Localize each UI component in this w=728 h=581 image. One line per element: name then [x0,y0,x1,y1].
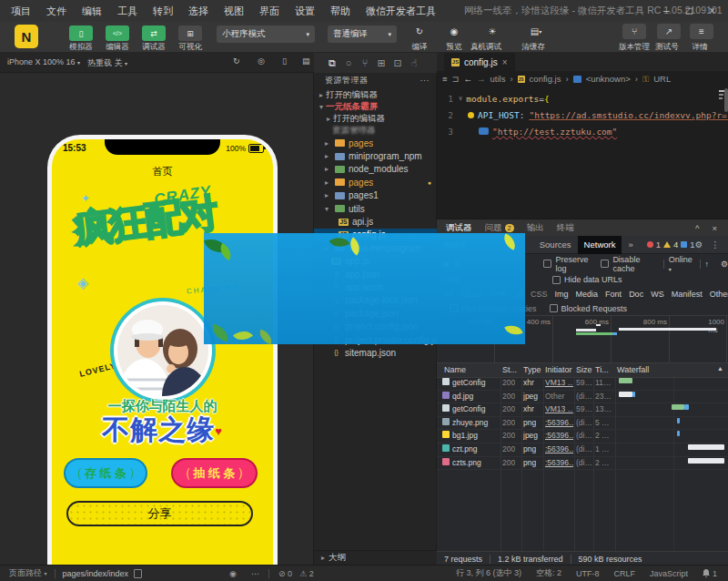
window-icon[interactable]: ⊡ [392,57,403,69]
warnings-status[interactable]: ⚠ 2 [299,569,314,578]
tab-debugger[interactable]: 调试器 [446,222,472,234]
menu-select[interactable]: 选择 [188,5,208,18]
page-path-value[interactable]: pages/index/index [63,569,129,578]
col-type[interactable]: Type [523,365,541,374]
editor-scrollbar[interactable] [724,88,728,112]
breadcrumb-folder[interactable]: utils [490,74,506,84]
draw-note-button[interactable]: （抽 纸 条） [171,458,258,488]
tab-output[interactable]: 输出 [527,222,544,234]
rotate-icon[interactable]: ↻ [233,56,240,66]
files-icon[interactable]: ⧉ [327,57,338,69]
mode-select[interactable]: 小程序模式 ▾ [217,25,315,43]
detail-button[interactable]: ≡ [690,24,713,39]
back-arrow-icon[interactable]: ← [464,74,473,84]
disable-cache-checkbox[interactable]: Disable cache [601,255,658,273]
col-size[interactable]: Size [576,365,592,374]
close-panel-icon[interactable]: × [712,223,717,233]
visualization-toggle-button[interactable]: ⊞ [178,25,202,41]
menu-view[interactable]: 视图 [224,5,244,18]
extensions-icon[interactable]: ⊞ [376,57,387,69]
chip-font[interactable]: Font [605,290,622,299]
tree-item[interactable]: JSapi.js [314,215,437,228]
notifications-bell[interactable]: 1 [703,569,717,578]
throttling-select[interactable]: Online ▾ [669,255,695,273]
tree-item[interactable]: ▸node_modules [314,163,437,176]
tab-network[interactable]: Network [578,236,622,254]
search-icon[interactable]: ○ [343,57,354,68]
import-har-icon[interactable]: ↑ [704,260,709,269]
hide-data-urls-checkbox[interactable]: Hide data URLs [552,275,622,284]
compile-button[interactable]: ↻ [408,24,431,39]
record-icon[interactable]: ◎ [258,56,265,66]
indent-setting[interactable]: 空格: 2 [536,567,561,579]
preserve-log-checkbox[interactable]: Preserve log [543,255,596,273]
network-row[interactable]: getConfig200xhrVM13 …59…13… [437,403,728,417]
network-row[interactable]: qd.jpg200jpegOther(di…23… [437,390,728,404]
chip-other[interactable]: Other [710,290,728,299]
tree-item[interactable]: ▸miniprogram_npm [314,149,437,162]
forward-arrow-icon[interactable]: → [477,74,486,84]
page-path-selector[interactable]: 页面路径 ▾ [9,567,47,579]
sort-arrow-icon[interactable]: ▲ [717,365,723,372]
tab-problems[interactable]: 问题2 [485,222,514,234]
project-root[interactable]: ▾一元纸条霸屏 [314,101,437,113]
network-row[interactable]: getConfig200xhrVM13 …59…11… [437,376,728,391]
menu-tools[interactable]: 工具 [117,5,137,18]
open-editors-section-2[interactable]: ▸打开的编辑器 [314,113,437,125]
clear-cache-button[interactable]: ▤▾ [524,24,548,39]
encoding[interactable]: UTF-8 [576,569,600,578]
chip-manifest[interactable]: Manifest [672,290,703,299]
tree-item[interactable]: ▸pages [314,137,437,149]
code-area[interactable]: 1 ∨ module.exports = { 2 API_HOST: "http… [437,87,728,219]
device-debug-button[interactable]: ☀ [480,24,504,39]
simulator-toggle-button[interactable]: ▯ [69,25,93,41]
network-row[interactable]: zhuye.png200png:56396…(di…5 … [437,416,728,431]
chip-media[interactable]: Media [576,290,599,299]
close-tab-icon[interactable]: × [502,57,508,67]
menu-settings[interactable]: 设置 [295,5,315,18]
col-status[interactable]: St... [502,365,517,374]
copy-icon[interactable] [134,569,142,578]
more-tabs-icon[interactable]: » [622,236,639,254]
chip-ws[interactable]: WS [651,290,664,299]
network-settings-gear-icon[interactable]: ⚙ [721,260,728,269]
kebab-menu-icon[interactable]: ⋮ [711,240,720,250]
menu-interface[interactable]: 界面 [259,5,279,18]
tree-item[interactable]: ▸pages1 [314,189,437,202]
menu-file[interactable]: 文件 [46,5,66,18]
debugger-toggle-button[interactable]: ⇄ [142,25,166,41]
network-row[interactable]: czt.png200png:56396…(di…1 … [437,443,728,457]
blocked-requests-checkbox[interactable]: Blocked Requests [550,304,628,313]
gear-icon[interactable]: ⚙ [695,240,703,250]
col-waterfall[interactable]: Waterfall [617,365,649,374]
compile-mode-select[interactable]: 普通编译 ▾ [328,25,397,43]
bookmark-icon[interactable]: ⊐ [452,74,460,84]
hand-pointer-icon[interactable]: ☝ [409,57,420,69]
chip-doc[interactable]: Doc [629,290,643,299]
open-editors-section[interactable]: ▸打开的编辑器 [314,89,437,101]
menu-project[interactable]: 项目 [11,5,31,18]
tree-item[interactable]: {}sitemap.json [314,346,437,359]
breadcrumb-property[interactable]: URL [653,74,671,84]
collapse-panel-icon[interactable]: ^ [695,223,699,233]
network-row[interactable]: bg1.jpg200jpeg:56396…(di…2 … [437,429,728,443]
chip-img[interactable]: Img [555,290,569,299]
tree-item[interactable]: ▾utils [314,202,437,215]
breadcrumb-symbol[interactable]: <unknown> [586,74,631,84]
device-selector[interactable]: iPhone X 100% 16 ▾ [7,57,80,66]
breadcrumb-file[interactable]: config.js [530,74,561,84]
network-row[interactable]: czts.png200png:56396…(di…2 … [437,456,728,471]
col-initiator[interactable]: Initiator [545,365,572,374]
tab-config-js[interactable]: JS config.js × [444,53,515,71]
tab-sources[interactable]: Sources [533,236,578,254]
cursor-position[interactable]: 行 3, 列 6 (选中 3) [456,567,521,579]
maximize-button[interactable]: □ [686,5,693,17]
chip-css[interactable]: CSS [531,290,548,299]
device-frame-icon[interactable]: ▯ [282,56,287,66]
menu-edit[interactable]: 编辑 [82,5,102,18]
col-name[interactable]: Name [444,365,466,374]
ellipsis-icon[interactable]: ⋯ [251,569,259,578]
version-manage-button[interactable]: ⑂ [622,24,646,39]
test-account-button[interactable]: ↗ [657,24,681,39]
menu-lines-icon[interactable]: ≡ [442,74,448,84]
